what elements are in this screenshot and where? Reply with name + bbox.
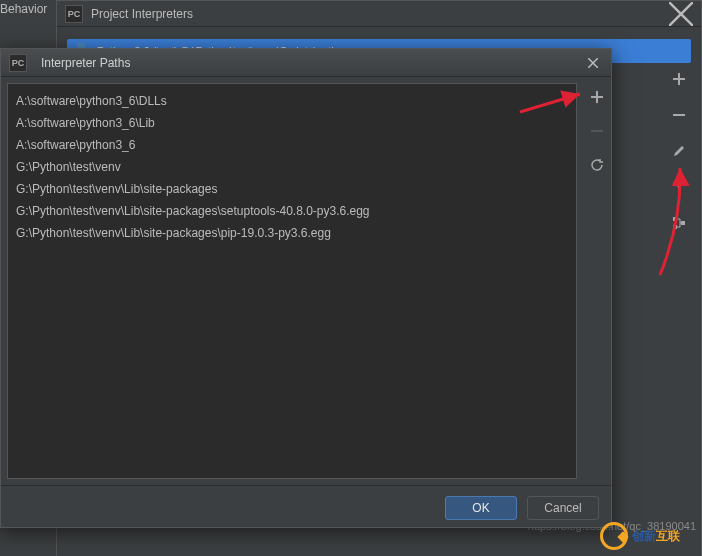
svg-rect-3 [673,225,677,229]
svg-rect-2 [673,217,677,221]
remove-path-icon[interactable] [587,121,607,141]
close-icon[interactable] [669,2,693,26]
interpreters-toolbar [667,67,691,235]
list-item[interactable]: A:\software\python3_6\DLLs [8,90,576,112]
reload-paths-icon[interactable] [587,155,607,175]
interpreter-paths-footer: OK Cancel [1,485,611,529]
paths-toolbar [583,77,611,485]
pycharm-icon: PC [9,54,27,72]
interpreter-paths-body: A:\software\python3_6\DLLs A:\software\p… [1,77,611,485]
project-interpreters-titlebar: PC Project Interpreters [57,1,701,27]
interpreter-paths-dialog: PC Interpreter Paths A:\software\python3… [0,48,612,528]
remove-interpreter-icon[interactable] [667,103,691,127]
list-item[interactable]: G:\Python\test\venv\Lib\site-packages\pi… [8,222,576,244]
add-path-icon[interactable] [587,87,607,107]
logo-icon [600,522,628,550]
paths-list[interactable]: A:\software\python3_6\DLLs A:\software\p… [7,83,577,479]
interpreter-paths-title: Interpreter Paths [41,56,583,70]
list-item[interactable]: G:\Python\test\venv [8,156,576,178]
sidebar-behavior-label: Behavior [0,2,47,16]
svg-rect-4 [681,221,685,225]
logo-text: 创新互联 [632,528,680,545]
pycharm-icon: PC [65,5,83,23]
filter-icon[interactable] [667,175,691,199]
interpreter-paths-titlebar: PC Interpreter Paths [1,49,611,77]
cancel-button[interactable]: Cancel [527,496,599,520]
list-item[interactable]: A:\software\python3_6 [8,134,576,156]
logo: 创新互联 [600,522,680,550]
add-interpreter-icon[interactable] [667,67,691,91]
list-item[interactable]: G:\Python\test\venv\Lib\site-packages\se… [8,200,576,222]
list-item[interactable]: G:\Python\test\venv\Lib\site-packages [8,178,576,200]
list-item[interactable]: A:\software\python3_6\Lib [8,112,576,134]
ok-button[interactable]: OK [445,496,517,520]
close-icon[interactable] [583,53,603,73]
show-paths-icon[interactable] [667,211,691,235]
project-interpreters-title: Project Interpreters [91,7,669,21]
edit-interpreter-icon[interactable] [667,139,691,163]
